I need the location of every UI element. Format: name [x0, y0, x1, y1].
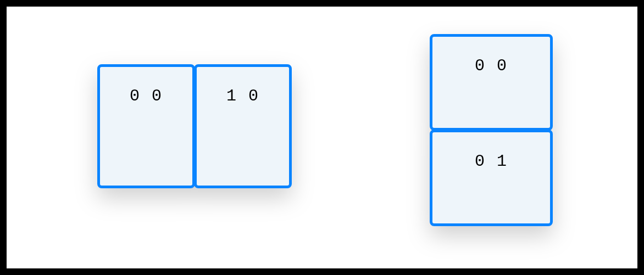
horizontal-cell-group: 0 0 1 0 [97, 64, 292, 188]
cell-coordinate-label: 0 0 [475, 57, 508, 75]
grid-cell: 0 0 [97, 64, 195, 188]
cell-coordinate-label: 0 1 [475, 152, 508, 171]
cell-coordinate-label: 1 0 [226, 87, 259, 105]
vertical-cell-group: 0 0 0 1 [430, 34, 553, 226]
grid-cell: 0 0 [430, 34, 553, 131]
grid-cell: 1 0 [194, 64, 292, 188]
grid-cell: 0 1 [430, 130, 553, 226]
diagram-canvas: 0 0 1 0 0 0 0 1 [7, 7, 637, 268]
cell-coordinate-label: 0 0 [130, 87, 163, 105]
